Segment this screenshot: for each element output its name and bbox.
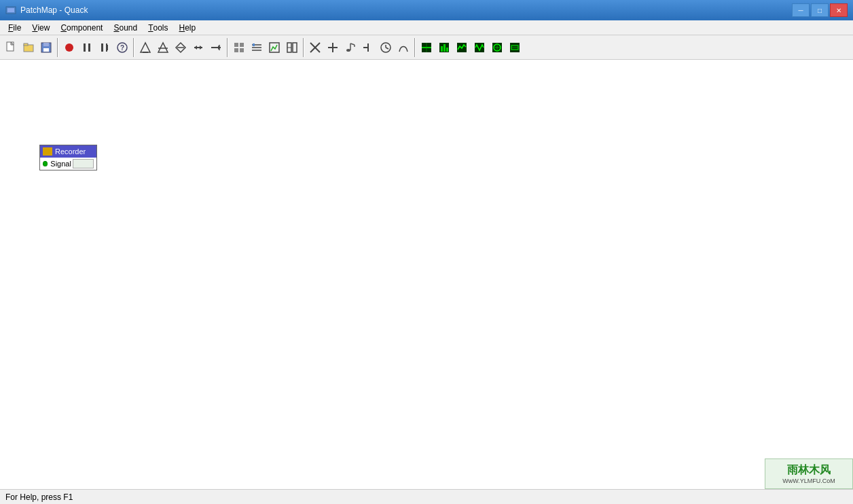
status-message: For Help, press F1 xyxy=(5,492,73,502)
nav1-button[interactable] xyxy=(137,39,153,56)
svg-rect-36 xyxy=(253,43,255,46)
titlebar-controls: ─ □ ✕ xyxy=(792,3,848,17)
svg-rect-58 xyxy=(441,46,443,52)
svg-line-53 xyxy=(386,48,388,49)
svg-rect-8 xyxy=(43,43,49,46)
plus-tool-button[interactable] xyxy=(325,39,341,56)
viz3-button[interactable] xyxy=(454,39,470,56)
close-button[interactable]: ✕ xyxy=(830,3,848,17)
open-button[interactable] xyxy=(20,39,37,56)
svg-line-47 xyxy=(350,43,355,45)
svg-marker-24 xyxy=(194,46,197,50)
viz2-button[interactable] xyxy=(436,39,452,56)
svg-rect-60 xyxy=(446,48,448,52)
watermark-url: WwW.YLMFU.CoM xyxy=(782,478,835,484)
titlebar-title: PatchMap - Quack xyxy=(20,5,88,15)
statusbar: For Help, press F1 xyxy=(0,489,853,504)
menu-component[interactable]: Component xyxy=(55,20,108,35)
svg-rect-7 xyxy=(43,48,49,52)
menu-help[interactable]: Help xyxy=(174,20,202,35)
separator-5 xyxy=(414,38,416,57)
svg-rect-14 xyxy=(107,45,108,50)
menu-tools[interactable]: Tools xyxy=(143,20,173,35)
titlebar-left: PatchMap - Quack xyxy=(5,5,88,16)
port-label: Signal xyxy=(50,160,71,168)
svg-rect-5 xyxy=(24,43,28,46)
viz1-button[interactable] xyxy=(418,39,435,56)
nav5-button[interactable] xyxy=(208,39,224,56)
separator-4 xyxy=(303,38,304,57)
viz4-button[interactable] xyxy=(471,39,488,56)
menu-view[interactable]: View xyxy=(26,20,55,35)
svg-rect-10 xyxy=(84,43,86,52)
step-button[interactable] xyxy=(96,39,113,56)
watermark: 雨林木风 WwW.YLMFU.CoM xyxy=(765,458,853,489)
port-input xyxy=(73,159,94,168)
canvas-area[interactable]: Recorder Signal 雨林木风 WwW.YLMFU.CoM xyxy=(0,60,853,489)
nav3-button[interactable] xyxy=(173,39,189,56)
record-button[interactable] xyxy=(61,39,77,56)
view1-button[interactable] xyxy=(231,39,247,56)
menu-file[interactable]: File xyxy=(3,20,26,35)
note-tool-button[interactable] xyxy=(342,39,359,56)
app-icon xyxy=(5,5,16,16)
separator-2 xyxy=(133,38,134,57)
view2-button[interactable] xyxy=(249,39,265,56)
signal-port[interactable]: Signal xyxy=(40,158,96,170)
titlebar: PatchMap - Quack ─ □ ✕ xyxy=(0,0,853,20)
svg-rect-13 xyxy=(106,43,107,52)
svg-rect-11 xyxy=(88,43,90,52)
nav4-button[interactable] xyxy=(190,39,206,56)
menubar: File View Component Sound Tools Help xyxy=(0,20,853,35)
view4-button[interactable] xyxy=(284,39,300,56)
pipe-tool-button[interactable] xyxy=(360,39,376,56)
svg-marker-19 xyxy=(158,43,168,52)
component-header: Recorder xyxy=(40,145,96,158)
nav2-button[interactable] xyxy=(155,39,171,56)
svg-rect-31 xyxy=(234,48,238,52)
viz5-button[interactable] xyxy=(489,39,505,56)
svg-rect-59 xyxy=(443,44,446,52)
svg-rect-1 xyxy=(7,8,14,12)
minimize-button[interactable]: ─ xyxy=(792,3,810,17)
watermark-logo: 雨林木风 xyxy=(787,463,831,478)
save-button[interactable] xyxy=(38,39,54,56)
view3-button[interactable] xyxy=(266,39,283,56)
new-button[interactable] xyxy=(3,39,19,56)
svg-rect-32 xyxy=(240,48,244,52)
port-dot xyxy=(43,161,48,166)
pause-button[interactable] xyxy=(79,39,95,56)
recorder-component[interactable]: Recorder Signal xyxy=(39,145,97,170)
separator-1 xyxy=(57,38,58,57)
svg-text:?: ? xyxy=(120,44,124,52)
help-toolbar-button[interactable]: ? xyxy=(114,39,130,56)
menu-sound[interactable]: Sound xyxy=(108,20,143,35)
toolbar: ? xyxy=(0,35,853,60)
cross-tool-button[interactable] xyxy=(307,39,323,56)
component-icon xyxy=(43,147,52,156)
svg-rect-30 xyxy=(240,43,244,47)
component-title: Recorder xyxy=(55,147,86,156)
viz6-button[interactable] xyxy=(507,39,523,56)
svg-rect-12 xyxy=(101,43,103,52)
curve-tool-button[interactable] xyxy=(395,39,412,56)
clock-tool-button[interactable] xyxy=(378,39,394,56)
separator-3 xyxy=(227,38,228,57)
svg-marker-17 xyxy=(141,43,150,52)
svg-rect-29 xyxy=(234,43,238,47)
maximize-button[interactable]: □ xyxy=(811,3,829,17)
svg-point-9 xyxy=(65,43,73,52)
svg-marker-25 xyxy=(200,46,202,50)
svg-rect-39 xyxy=(293,43,297,52)
svg-point-45 xyxy=(346,49,350,52)
